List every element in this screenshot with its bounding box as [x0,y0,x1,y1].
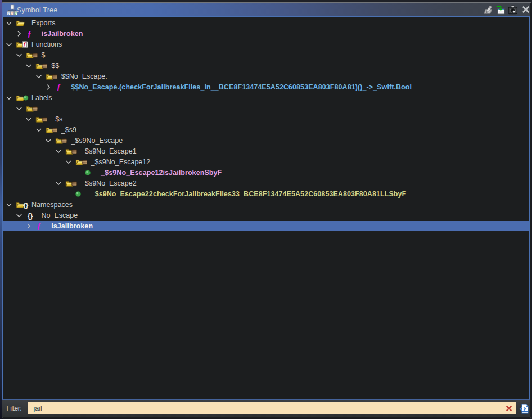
svg-text:{}: {} [28,211,33,219]
svg-text:ƒ: ƒ [37,222,41,230]
svg-text:{}: {} [23,201,28,208]
svg-text:ƒ: ƒ [27,29,31,38]
svg-text:ƒ: ƒ [57,83,61,91]
